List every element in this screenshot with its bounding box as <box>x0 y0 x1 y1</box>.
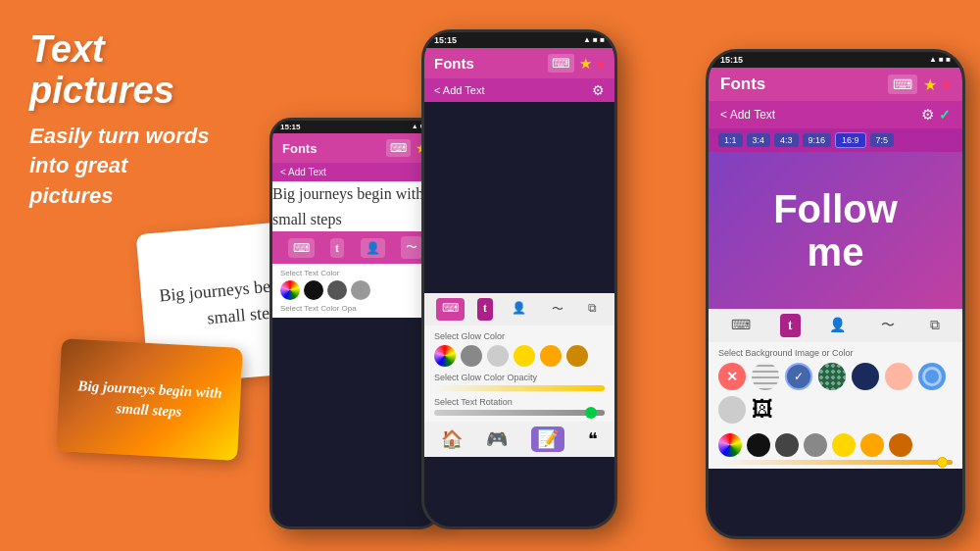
phone-center-kb-btn[interactable]: ⌨ <box>436 298 465 321</box>
glow-gray2[interactable] <box>487 345 509 367</box>
color-black[interactable] <box>304 280 323 300</box>
phone-right-face-btn[interactable]: 👤 <box>823 314 852 337</box>
glow-darkorange[interactable] <box>566 345 588 367</box>
phone-right-kb-btn[interactable]: ⌨ <box>725 314 757 337</box>
bg-green-dots[interactable] <box>818 363 846 390</box>
ratio-9-16[interactable]: 9:16 <box>803 133 832 147</box>
bg-peach[interactable] <box>885 363 912 390</box>
phone-right-title-bar: Fonts ⌨ ★ ♦ <box>709 68 962 101</box>
phone-left-sub-bar: < Add Text <box>272 163 438 181</box>
phone-left-colors <box>280 280 430 300</box>
phone-left-add-text[interactable]: < Add Text <box>280 167 326 177</box>
phone-center-star-icon[interactable]: ★ <box>579 55 592 73</box>
phone-left-keyboard-icon[interactable]: ⌨ <box>386 139 411 157</box>
bottom-dark-orange[interactable] <box>889 433 912 457</box>
phone-left-font-btn[interactable]: 𝐭 <box>330 238 344 258</box>
phone-right-keyboard-icon[interactable]: ⌨ <box>888 75 917 94</box>
phone-right-title: Fonts <box>720 75 765 94</box>
phone-center-title-bar: Fonts ⌨ ★ ♦ <box>424 48 614 78</box>
phone-right-check-icon[interactable]: ✓ <box>939 107 951 123</box>
phone-center-tool-bar: ⌨ 𝐭 👤 〜 ⧉ <box>424 293 614 326</box>
phone-center-text-icon[interactable]: 📝 <box>531 426 564 452</box>
bottom-orange[interactable] <box>860 433 884 457</box>
phone-left-opacity-label: Select Text Color Opa <box>280 304 430 313</box>
ratio-4-3[interactable]: 4:3 <box>774 133 799 147</box>
phone-center-time: 15:15 <box>434 35 457 45</box>
ratio-1-1[interactable]: 1:1 <box>718 133 743 147</box>
phone-right-follow-text: Follow me <box>773 187 898 274</box>
ratio-3-4[interactable]: 3:4 <box>747 133 771 147</box>
bottom-darkgray[interactable] <box>775 433 799 457</box>
color-darkgray[interactable] <box>327 280 347 300</box>
glow-gold[interactable] <box>514 345 535 367</box>
phone-right-tool-bar: ⌨ 𝐭 👤 〜 ⧉ <box>709 309 962 342</box>
bg-blue-pattern[interactable] <box>918 363 946 390</box>
ratio-7-5[interactable]: 7:5 <box>870 133 895 147</box>
phone-left-bottom-bar[interactable]: ⌨ 𝐭 👤 〜 <box>272 231 438 264</box>
phone-right-bottom-colors <box>709 429 962 469</box>
phone-left-wave-btn[interactable]: 〜 <box>401 236 422 259</box>
phone-right-add-text[interactable]: < Add Text <box>720 108 775 122</box>
bottom-black[interactable] <box>747 433 770 457</box>
phone-left-title-bar: Fonts ⌨ ★ <box>272 133 438 163</box>
phone-center-game-icon[interactable]: 🎮 <box>486 428 508 450</box>
phone-center-home-icon[interactable]: 🏠 <box>441 428 463 450</box>
glow-gray1[interactable] <box>461 345 482 367</box>
phone-center-opacity-label: Select Glow Color Opacity <box>434 373 605 382</box>
bg-darknavy[interactable] <box>852 363 879 390</box>
phone-right-copy-btn[interactable]: ⧉ <box>924 314 946 337</box>
hero-subtitle: Easily turn words into great pictures <box>29 122 245 212</box>
bottom-gray[interactable] <box>804 433 827 457</box>
phone-center-glow-section: Select Glow Color Select Glow Color Opac… <box>424 326 614 422</box>
phone-left-person-btn[interactable]: 👤 <box>361 238 385 258</box>
phone-right-gem-icon[interactable]: ♦ <box>943 75 951 93</box>
phone-center-t-btn[interactable]: 𝐭 <box>477 298 493 321</box>
phone-left-color-row: Select Text Color Select Text Color Opa <box>272 264 438 318</box>
bg-lightgray[interactable] <box>718 396 746 424</box>
bg-image-icon[interactable]: 🖼 <box>752 397 773 423</box>
bottom-rainbow[interactable] <box>718 433 742 457</box>
glow-orange[interactable] <box>540 345 562 367</box>
phone-right-bg-label: Select Background Image or Color <box>718 348 953 358</box>
bg-x-btn[interactable]: ✕ <box>718 363 746 390</box>
phone-center-gear-icon[interactable]: ⚙ <box>592 82 605 98</box>
phone-right-sub-bar: < Add Text ⚙ ✓ <box>709 101 962 128</box>
bg-lines[interactable] <box>752 363 779 390</box>
rotation-slider[interactable] <box>434 410 605 416</box>
phone-right-time: 15:15 <box>720 55 743 65</box>
phone-left: 15:15 ▲ ■ ■ Fonts ⌨ ★ < Add Text Big jou… <box>270 118 441 529</box>
phone-center-face-btn[interactable]: 👤 <box>506 298 532 321</box>
phone-right-star-icon[interactable]: ★ <box>923 75 937 94</box>
opacity-slider[interactable] <box>434 385 605 391</box>
phone-center-status-icons: ▲ ■ ■ <box>583 35 605 45</box>
bg-blue-checked[interactable]: ✓ <box>785 363 812 390</box>
hero-title: Text pictures <box>29 29 245 112</box>
phone-center-rotation-label: Select Text Rotation <box>434 397 605 407</box>
phone-right-wave-btn[interactable]: 〜 <box>875 314 901 337</box>
phone-right-t-btn[interactable]: 𝐭 <box>780 314 801 337</box>
phone-left-time: 15:15 <box>280 123 300 131</box>
phone-center: 15:15 ▲ ■ ■ Fonts ⌨ ★ ♦ < Add Text ⚙ Tha… <box>421 29 617 529</box>
phone-center-copy-btn[interactable]: ⧉ <box>582 298 603 321</box>
phone-center-quote-icon[interactable]: ❝ <box>588 428 598 450</box>
phone-right: 15:15 ▲ ■ ■ Fonts ⌨ ★ ♦ < Add Text ⚙ ✓ 1… <box>706 49 965 539</box>
color-rainbow[interactable] <box>280 280 300 300</box>
phone-left-keyboard-btn[interactable]: ⌨ <box>288 238 315 258</box>
phone-center-keyboard-icon[interactable]: ⌨ <box>548 54 574 73</box>
ratio-16-9[interactable]: 16:9 <box>835 132 866 148</box>
phone-center-gem-icon[interactable]: ♦ <box>597 55 605 72</box>
phone-center-add-text[interactable]: < Add Text <box>434 84 484 96</box>
hero-section: Text pictures Easily turn words into gre… <box>29 29 245 212</box>
phone-left-font-area: Big journeys begin with small steps <box>272 181 438 231</box>
phone-right-status-icons: ▲ ■ ■ <box>929 55 951 65</box>
phone-left-title: Fonts <box>282 141 317 156</box>
color-gray[interactable] <box>351 280 370 300</box>
phone-center-title: Fonts <box>434 55 474 72</box>
glow-rainbow[interactable] <box>434 345 456 367</box>
phone-center-wave-btn[interactable]: 〜 <box>546 298 569 321</box>
bottom-gradient-bar[interactable] <box>718 460 953 465</box>
phone-right-gear-icon[interactable]: ⚙ <box>921 106 934 124</box>
phone-left-font-sample: Big journeys begin with small steps <box>272 181 438 231</box>
bottom-gold[interactable] <box>832 433 856 457</box>
phone-center-glow-label: Select Glow Color <box>434 331 605 341</box>
